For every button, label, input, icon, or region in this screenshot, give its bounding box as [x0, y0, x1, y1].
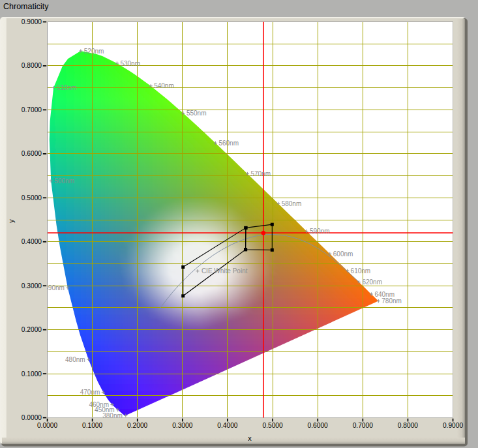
- svg-text:0.9000: 0.9000: [22, 18, 42, 25]
- svg-text:y: y: [7, 219, 15, 223]
- svg-text:570nm: 570nm: [250, 170, 271, 177]
- svg-text:0.1000: 0.1000: [22, 370, 42, 378]
- svg-text:560nm: 560nm: [218, 140, 239, 147]
- svg-text:0.3000: 0.3000: [172, 422, 192, 429]
- svg-text:480nm: 480nm: [65, 356, 85, 363]
- svg-text:0.3000: 0.3000: [22, 282, 42, 290]
- svg-text:0.2000: 0.2000: [127, 422, 147, 429]
- svg-text:550nm: 550nm: [187, 110, 207, 117]
- svg-text:Chromaticity: Chromaticity: [3, 2, 49, 11]
- svg-text:600nm: 600nm: [333, 250, 353, 258]
- svg-text:540nm: 540nm: [154, 82, 174, 89]
- svg-text:0.7000: 0.7000: [353, 422, 373, 429]
- svg-text:530nm: 530nm: [120, 60, 140, 67]
- svg-text:520nm: 520nm: [84, 48, 104, 55]
- svg-text:780nm: 780nm: [381, 297, 402, 305]
- svg-text:0.9000: 0.9000: [443, 422, 463, 429]
- svg-text:0.0000: 0.0000: [22, 414, 42, 421]
- svg-text:0.7000: 0.7000: [22, 106, 42, 113]
- svg-text:460nm: 460nm: [89, 401, 109, 408]
- svg-text:CIE White Point: CIE White Point: [202, 267, 248, 275]
- svg-text:0.1000: 0.1000: [82, 422, 102, 429]
- svg-text:0.4000: 0.4000: [22, 238, 42, 245]
- svg-text:0.5000: 0.5000: [263, 422, 283, 429]
- svg-text:640nm: 640nm: [374, 291, 395, 298]
- svg-text:0.8000: 0.8000: [22, 62, 42, 69]
- svg-text:0.6000: 0.6000: [22, 150, 42, 157]
- svg-text:0.4000: 0.4000: [217, 422, 237, 429]
- svg-text:510nm: 510nm: [57, 84, 77, 91]
- svg-text:610nm: 610nm: [351, 267, 371, 275]
- svg-text:590nm: 590nm: [310, 228, 330, 235]
- svg-text:0.6000: 0.6000: [308, 422, 328, 429]
- svg-text:0.5000: 0.5000: [22, 194, 42, 202]
- svg-text:620nm: 620nm: [362, 278, 382, 286]
- svg-text:500nm: 500nm: [54, 177, 74, 185]
- svg-text:0.8000: 0.8000: [398, 422, 418, 429]
- svg-text:470nm: 470nm: [80, 389, 100, 396]
- svg-text:0.2000: 0.2000: [22, 326, 42, 333]
- svg-text:0.0000: 0.0000: [37, 422, 57, 429]
- svg-text:580nm: 580nm: [282, 200, 302, 207]
- svg-text:x: x: [248, 434, 252, 442]
